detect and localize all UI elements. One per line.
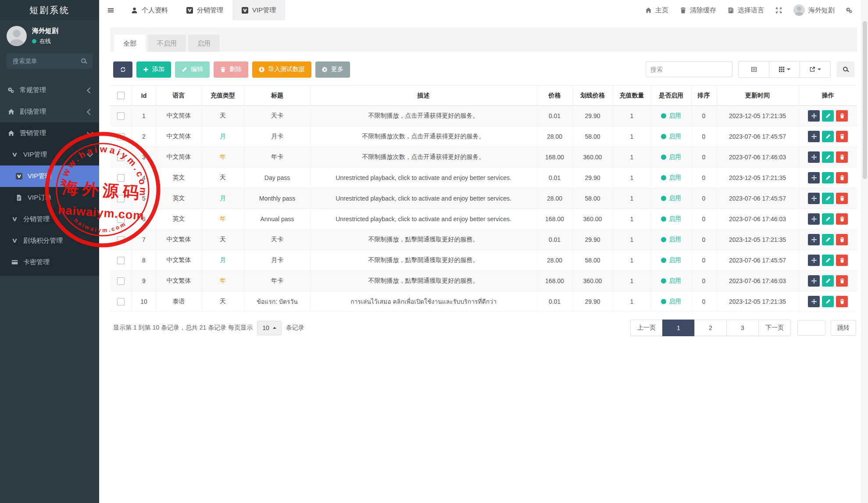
home-link[interactable]: 主页 bbox=[639, 0, 674, 20]
delete-button[interactable]: 删除 bbox=[214, 61, 248, 78]
detail-view-button[interactable] bbox=[738, 61, 769, 78]
cell-enabled: 启用 bbox=[651, 291, 691, 312]
row-edit-button[interactable] bbox=[822, 151, 834, 163]
table-row[interactable]: 6 英文 年 Annual pass Unrestricted playback… bbox=[111, 209, 857, 230]
page-size-select[interactable]: 10 bbox=[257, 321, 282, 335]
drag-sort-button[interactable] bbox=[808, 193, 820, 204]
row-delete-button[interactable] bbox=[836, 172, 848, 183]
table-row[interactable]: 9 中文繁体 年 年卡 不限制播放，點擊開通獲取更好的服務。 168.00 36… bbox=[111, 271, 857, 291]
row-checkbox[interactable] bbox=[117, 298, 125, 305]
sidebar-item-theater[interactable]: 剧场管理 bbox=[0, 101, 99, 122]
drag-sort-button[interactable] bbox=[808, 255, 820, 266]
sidebar-item-vip-orders[interactable]: VIP订单 bbox=[0, 187, 99, 208]
next-page-button[interactable]: 下一页 bbox=[758, 320, 791, 336]
page-button-2[interactable]: 2 bbox=[694, 320, 727, 336]
row-checkbox[interactable] bbox=[117, 236, 125, 244]
row-checkbox[interactable] bbox=[117, 195, 125, 202]
sidebar-item-distribution[interactable]: 分销管理 bbox=[0, 208, 99, 230]
page-button-3[interactable]: 3 bbox=[726, 320, 759, 336]
row-edit-button[interactable] bbox=[822, 234, 834, 245]
row-delete-button[interactable] bbox=[836, 151, 848, 163]
sidebar-item-marketing[interactable]: 营销管理 bbox=[0, 122, 99, 144]
export-button[interactable] bbox=[800, 61, 831, 78]
table-row[interactable]: 8 中文繁体 月 月卡 不限制播放，點擊開通獲取更好的服務。 28.00 58.… bbox=[111, 250, 857, 271]
row-delete-button[interactable] bbox=[836, 234, 848, 245]
drag-sort-button[interactable] bbox=[808, 172, 820, 183]
user-menu[interactable]: 海外短剧 bbox=[788, 0, 840, 20]
drag-sort-button[interactable] bbox=[808, 234, 820, 245]
cell-recharge-type: 天 bbox=[201, 168, 244, 188]
table-search-input[interactable] bbox=[646, 61, 732, 77]
tab-vip-manage[interactable]: VIP管理 bbox=[232, 0, 285, 20]
language-select[interactable]: 选择语言 bbox=[722, 0, 770, 20]
row-edit-button[interactable] bbox=[822, 296, 834, 307]
table-row[interactable]: 5 英文 月 Monthly pass Unrestricted playbac… bbox=[111, 188, 857, 209]
tab-distribution[interactable]: 分销管理 bbox=[177, 0, 232, 20]
fullscreen-button[interactable] bbox=[770, 0, 788, 20]
more-button[interactable]: 更多 bbox=[315, 61, 350, 78]
row-edit-button[interactable] bbox=[822, 255, 834, 266]
prev-page-button[interactable]: 上一页 bbox=[630, 320, 663, 336]
row-delete-button[interactable] bbox=[836, 255, 848, 266]
menu-toggle-icon[interactable] bbox=[99, 0, 122, 20]
columns-button[interactable] bbox=[769, 61, 800, 78]
search-submit-button[interactable] bbox=[837, 61, 854, 77]
clear-cache-link[interactable]: 清除缓存 bbox=[674, 0, 722, 20]
page-button-1[interactable]: 1 bbox=[662, 320, 695, 336]
drag-sort-button[interactable] bbox=[808, 296, 820, 307]
row-checkbox[interactable] bbox=[117, 133, 125, 140]
settings-button[interactable] bbox=[840, 0, 858, 20]
sidebar-item-points[interactable]: 剧场积分管理 bbox=[0, 230, 99, 251]
drag-sort-button[interactable] bbox=[808, 213, 820, 225]
row-delete-button[interactable] bbox=[836, 275, 848, 287]
tab-profile[interactable]: 个人资料 bbox=[122, 0, 177, 20]
sidebar-item-cardkey[interactable]: 卡密管理 bbox=[0, 251, 99, 273]
row-delete-button[interactable] bbox=[836, 193, 848, 204]
filter-tab-enabled[interactable]: 启用 bbox=[188, 35, 220, 52]
drag-sort-button[interactable] bbox=[808, 110, 820, 122]
edit-button[interactable]: 编辑 bbox=[175, 61, 210, 78]
refresh-button[interactable] bbox=[113, 61, 132, 78]
row-checkbox[interactable] bbox=[117, 112, 125, 120]
row-edit-button[interactable] bbox=[822, 131, 834, 142]
move-icon bbox=[811, 216, 817, 222]
jump-page-input[interactable] bbox=[797, 320, 825, 336]
add-button[interactable]: 添加 bbox=[136, 61, 171, 78]
filter-tab-all[interactable]: 全部 bbox=[114, 35, 146, 52]
row-checkbox[interactable] bbox=[117, 174, 125, 182]
row-delete-button[interactable] bbox=[836, 131, 848, 142]
drag-sort-button[interactable] bbox=[808, 151, 820, 163]
row-edit-button[interactable] bbox=[822, 213, 834, 225]
filter-tab-disabled[interactable]: 不启用 bbox=[148, 35, 186, 52]
row-checkbox[interactable] bbox=[117, 216, 125, 223]
row-delete-button[interactable] bbox=[836, 213, 848, 225]
jump-button[interactable]: 跳转 bbox=[831, 320, 856, 336]
sidebar-item-general[interactable]: 常规管理 bbox=[0, 79, 99, 101]
row-checkbox[interactable] bbox=[117, 277, 125, 285]
sidebar-search-input[interactable] bbox=[12, 57, 81, 65]
row-delete-button[interactable] bbox=[836, 110, 848, 122]
scrollbar-track[interactable] bbox=[861, 0, 868, 503]
table-row[interactable]: 4 英文 天 Day pass Unrestricted playback, c… bbox=[111, 168, 857, 188]
row-edit-button[interactable] bbox=[822, 193, 834, 204]
table-row[interactable]: 1 中文简体 天 天卡 不限制播放，点击开通获得更好的服务。 0.01 29.9… bbox=[111, 106, 857, 126]
sidebar-item-vip-group[interactable]: VIP管理 bbox=[0, 144, 99, 165]
import-test-data-button[interactable]: 导入测试数据 bbox=[252, 61, 311, 78]
row-edit-button[interactable] bbox=[822, 275, 834, 287]
table-row[interactable]: 10 泰语 天 ข้อแรก: บัตรวัน การเล่นไว้เสมอ ค… bbox=[111, 291, 857, 312]
table-toolbar: 添加 编辑 删除 导入测试数据 更多 bbox=[113, 61, 854, 78]
row-delete-button[interactable] bbox=[836, 296, 848, 307]
row-checkbox[interactable] bbox=[117, 257, 125, 264]
drag-sort-button[interactable] bbox=[808, 131, 820, 142]
row-checkbox[interactable] bbox=[117, 154, 125, 161]
drag-sort-button[interactable] bbox=[808, 275, 820, 287]
select-all-checkbox[interactable] bbox=[117, 92, 125, 99]
table-row[interactable]: 3 中文简体 年 年卡 不限制播放次数，点击开通获得更好的服务。 168.00 … bbox=[111, 147, 857, 168]
table-row[interactable]: 7 中文繁体 天 天卡 不限制播放，點擊開通獲取更好的服務。 0.01 29.9… bbox=[111, 230, 857, 250]
grid-icon bbox=[779, 66, 785, 72]
scrollbar-thumb[interactable] bbox=[863, 21, 867, 179]
row-edit-button[interactable] bbox=[822, 172, 834, 183]
sidebar-item-vip-manage[interactable]: VIP管理 bbox=[0, 165, 99, 187]
row-edit-button[interactable] bbox=[822, 110, 834, 122]
table-row[interactable]: 2 中文简体 月 月卡 不限制播放次数，点击开通获得更好的服务。 28.00 5… bbox=[111, 126, 857, 147]
